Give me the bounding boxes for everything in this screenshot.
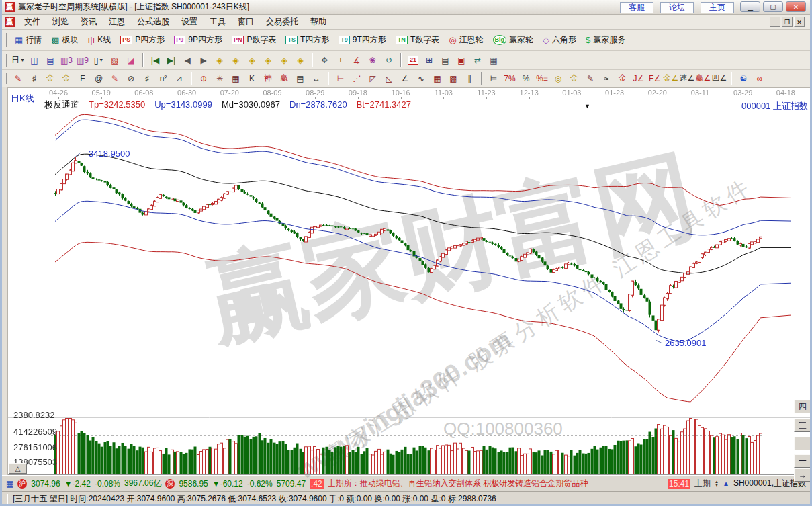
fibonacci-lines-icon[interactable]: F [75, 72, 91, 85]
toolbar-winner-service[interactable]: $赢家服务 [581, 32, 630, 48]
zigzag-wave-icon[interactable]: ∿ [413, 72, 429, 85]
toolbar-t-number-table[interactable]: TNT数字表 [391, 32, 444, 48]
cycle-tool-icon[interactable]: ↺ [381, 54, 397, 67]
n-squared-icon[interactable]: n² [155, 72, 171, 85]
pattern-finder-icon[interactable]: ▨ [107, 54, 123, 67]
titlebar-link-2[interactable]: 论坛 [660, 2, 694, 13]
split-3-icon[interactable]: ▥3 [58, 54, 75, 67]
toolbar-9p-square[interactable]: P99P四方形 [169, 32, 227, 48]
titlebar-link-3[interactable]: 主页 [701, 2, 734, 13]
minimize-button[interactable]: ▁ [740, 1, 760, 12]
export-data-icon[interactable]: ⇄ [469, 54, 486, 67]
percent-lines-icon[interactable]: %≡ [534, 72, 550, 85]
candle-style-dropdown-icon[interactable]: ▯▼ [91, 54, 107, 67]
f-angle-icon[interactable]: F∠ [647, 72, 663, 85]
mdi-minimize-button[interactable]: ＿ [770, 17, 780, 27]
full-view-icon[interactable]: ◈ [292, 54, 308, 67]
golden-red-icon[interactable]: 金 [615, 72, 631, 85]
gold-angle-icon[interactable]: 金∠ [663, 72, 679, 85]
percent-icon[interactable]: % [518, 72, 534, 85]
compress-x-icon[interactable]: ◈ [212, 54, 228, 67]
expand-pane-button[interactable]: △ [9, 463, 27, 474]
next-page-icon[interactable]: ▶ [195, 54, 212, 67]
prev-page-icon[interactable]: ◀ [179, 54, 195, 67]
infinity-icon[interactable]: ∞ [752, 72, 768, 85]
last-page-icon[interactable]: ▶| [163, 54, 179, 67]
circle-cycle-icon[interactable]: ⊘ [123, 72, 139, 85]
menu-公式选股[interactable]: 公式选股 [131, 15, 175, 29]
fit-width-icon[interactable]: ◈ [244, 54, 260, 67]
shen-grid-icon[interactable]: 神 [260, 72, 276, 85]
toolbar-p-square[interactable]: PSP四方形 [116, 32, 169, 48]
menu-窗口[interactable]: 窗口 [232, 15, 260, 29]
spider-web-icon[interactable]: ✳ [212, 72, 228, 85]
info-doc-icon[interactable]: ▤ [42, 54, 58, 67]
golden-circle-icon[interactable]: ◎ [550, 72, 566, 85]
brush-tool-icon[interactable]: ✎ [10, 72, 26, 85]
zoom-in-icon[interactable]: ◈ [260, 54, 276, 67]
toolbar-p-number-table[interactable]: PNP数字表 [227, 32, 281, 48]
toolbar-9t-square[interactable]: T99T四方形 [334, 32, 391, 48]
menu-帮助[interactable]: 帮助 [304, 15, 332, 29]
mirror-angle-icon[interactable]: ⊿ [171, 72, 187, 85]
golden-section-v-icon[interactable]: 金 [58, 72, 75, 85]
menu-设置[interactable]: 设置 [175, 15, 204, 29]
memo-icon[interactable]: ▤ [437, 54, 453, 67]
pane-layout-button-4[interactable]: 一 [794, 454, 811, 468]
speed-angle-icon[interactable]: 速∠ [679, 72, 695, 85]
four-angle-icon[interactable]: 四∠ [711, 72, 727, 85]
ruler-123-icon[interactable]: ▤ [292, 72, 308, 85]
yinyang-icon[interactable]: ☯ [735, 72, 752, 85]
news-ticker[interactable]: 上期所：推动绿电铝、再生铅纳入交割体系 积极研发铸造铝合金期货品种 [328, 478, 664, 489]
kline-chart-canvas[interactable] [8, 88, 812, 476]
j-angle-icon[interactable]: J∠ [631, 72, 647, 85]
toolbar-winner-wheel[interactable]: Big赢家轮 [488, 32, 539, 48]
angle-measure-icon[interactable]: ∡ [349, 54, 365, 67]
ticker-spinner[interactable]: ▲▼ [715, 480, 719, 487]
first-page-icon[interactable]: |◀ [147, 54, 163, 67]
angle-line-icon[interactable]: ∠ [397, 72, 413, 85]
expand-x-icon[interactable]: ◈ [228, 54, 244, 67]
width-measure-icon[interactable]: ↔ [308, 72, 324, 85]
gann-rose-icon[interactable]: ❀ [365, 54, 381, 67]
color-kline-icon[interactable]: ◪ [123, 54, 139, 67]
toolbar-hexagon[interactable]: ◇六角形 [538, 32, 581, 48]
spiral-tool-icon[interactable]: @ [91, 72, 107, 85]
menu-江恩[interactable]: 江恩 [103, 15, 131, 29]
mdi-close-button[interactable]: ✕ [794, 17, 805, 27]
pen-mark-icon[interactable]: ✎ [582, 72, 598, 85]
titlebar-link-1[interactable]: 客服 [620, 2, 653, 13]
gann-time-lines-icon[interactable]: ♯ [26, 72, 42, 85]
menu-工具[interactable]: 工具 [204, 15, 232, 29]
pen-candle-icon[interactable]: ✎ [107, 72, 123, 85]
golden-lines-icon[interactable]: 金 [566, 72, 582, 85]
day-frame-icon[interactable]: ⊢ [332, 72, 349, 85]
gann-target-icon[interactable]: ⊕ [195, 72, 212, 85]
printer-icon[interactable]: ▦ [486, 54, 502, 67]
grid-b-icon[interactable]: ▩ [445, 72, 461, 85]
save-icon[interactable]: ▣ [453, 54, 469, 67]
calculator-icon[interactable]: ⊞ [421, 54, 437, 67]
menu-文件[interactable]: 文件 [18, 15, 46, 29]
period-day-dropdown-icon[interactable]: 日▼ [10, 54, 26, 67]
k-mark-icon[interactable]: K [244, 72, 260, 85]
pane-layout-button-5[interactable]: → [794, 468, 811, 482]
pane-layout-button-1[interactable]: 四 [794, 400, 811, 413]
menu-交易委托[interactable]: 交易委托 [260, 15, 304, 29]
parallel-lines-icon[interactable]: ∥ [461, 72, 478, 85]
split-9-icon[interactable]: ▥9 [75, 54, 91, 67]
toolbar-gann-wheel[interactable]: ◎江恩轮 [444, 32, 488, 48]
toolbar-kline[interactable]: ı|ıK线 [83, 32, 116, 48]
mdi-restore-button[interactable]: ❐ [782, 17, 793, 27]
win-grid-icon[interactable]: 赢 [276, 72, 292, 85]
crosshair-tool-icon[interactable]: + [332, 54, 349, 67]
market-grid-icon[interactable]: ▦ [6, 479, 13, 489]
gann-fan-icon[interactable]: ⋰ [349, 72, 365, 85]
hand-tool-icon[interactable]: ✥ [316, 54, 332, 67]
toolbar-quotes[interactable]: ▦行情 [10, 32, 46, 48]
pattern-window-icon[interactable]: ◫ [26, 54, 42, 67]
golden-section-h-icon[interactable]: 金 [42, 72, 58, 85]
price-scale-icon[interactable]: ⊨ [486, 72, 502, 85]
pane-layout-button-2[interactable]: 三 [794, 419, 811, 432]
toolbar-sectors[interactable]: ▩板块 [46, 32, 83, 48]
